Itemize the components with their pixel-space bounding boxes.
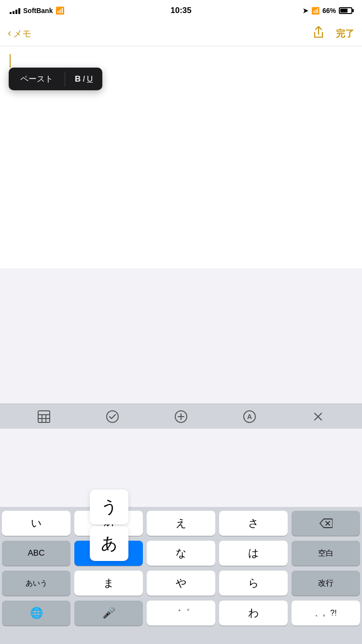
font-button[interactable]: A (239, 406, 260, 427)
keyboard-row-2: ABC お な は 空白 (2, 541, 360, 566)
key-sa[interactable]: さ (219, 511, 288, 536)
key-ma[interactable]: ま (74, 571, 143, 596)
key-ya[interactable]: や (147, 571, 215, 596)
text-cursor (10, 54, 11, 68)
add-button[interactable] (170, 406, 192, 427)
check-button[interactable] (102, 406, 123, 427)
wifi-icon: 📶 (56, 6, 65, 15)
key-a[interactable]: あ (74, 511, 143, 536)
key-aiueo[interactable]: あいう (2, 571, 70, 596)
nav-bar: ‹ メモ 完了 (0, 21, 362, 46)
underline-format-icon: U (87, 74, 93, 84)
svg-point-5 (107, 411, 118, 422)
battery-icon (339, 7, 352, 14)
svg-rect-0 (38, 411, 50, 422)
context-menu: ペースト B I U (9, 68, 102, 90)
paste-button[interactable]: ペースト (9, 68, 65, 90)
keyboard: う あ い あ え さ ABC お な は 空白 (0, 507, 362, 644)
note-area[interactable]: ペースト B I U (0, 46, 362, 268)
key-wa[interactable]: わ (219, 601, 288, 626)
bold-format-icon: B (75, 74, 81, 84)
key-abc[interactable]: ABC (2, 541, 70, 566)
key-punctuation[interactable]: 、。?! (292, 601, 360, 626)
back-chevron-icon: ‹ (8, 27, 11, 40)
battery-percent: 66% (322, 7, 336, 14)
keyboard-rows: い あ え さ ABC お な は 空白 あいう ま や ら (0, 507, 362, 628)
keyboard-row-4: 🌐 🎤 ゛゜ わ 、。?! (2, 601, 360, 626)
key-na[interactable]: な (147, 541, 215, 566)
key-e[interactable]: え (147, 511, 215, 536)
status-bar: SoftBank 📶 10:35 ➤ 📶 66% (0, 0, 362, 21)
back-button[interactable]: ‹ メモ (8, 28, 31, 40)
key-mic[interactable]: 🎤 (74, 601, 143, 626)
key-i[interactable]: い (2, 511, 70, 536)
clock: 10:35 (170, 6, 191, 15)
keyboard-row-1: い あ え さ (2, 511, 360, 536)
back-label: メモ (13, 28, 31, 40)
italic-format-icon: I (83, 74, 85, 84)
key-ha[interactable]: は (219, 541, 288, 566)
share-button[interactable] (313, 26, 324, 42)
keyboard-toolbar: A (0, 404, 362, 429)
key-globe[interactable]: 🌐 (2, 601, 70, 626)
table-button[interactable] (33, 406, 55, 427)
format-button[interactable]: B I U (65, 68, 102, 90)
carrier-label: SoftBank (23, 7, 53, 14)
done-button[interactable]: 完了 (336, 28, 354, 40)
bottom-safe-area (0, 628, 362, 644)
key-space[interactable]: 空白 (292, 541, 360, 566)
status-left: SoftBank 📶 (10, 6, 65, 15)
key-dakuten[interactable]: ゛゜ (147, 601, 215, 626)
location-icon: ➤ (303, 7, 308, 14)
signal-icon (10, 7, 20, 14)
key-return[interactable]: 改行 (292, 571, 360, 596)
note-spacer (0, 268, 362, 404)
keyboard-row-3: あいう ま や ら 改行 (2, 571, 360, 596)
key-o[interactable]: お (74, 541, 143, 566)
status-right: ➤ 📶 66% (303, 7, 352, 14)
nav-right-actions: 完了 (313, 26, 354, 42)
delete-key[interactable] (292, 511, 360, 536)
key-ra[interactable]: ら (219, 571, 288, 596)
close-button[interactable] (307, 406, 329, 427)
bluetooth-icon: 📶 (311, 7, 320, 14)
svg-text:A: A (247, 413, 252, 420)
